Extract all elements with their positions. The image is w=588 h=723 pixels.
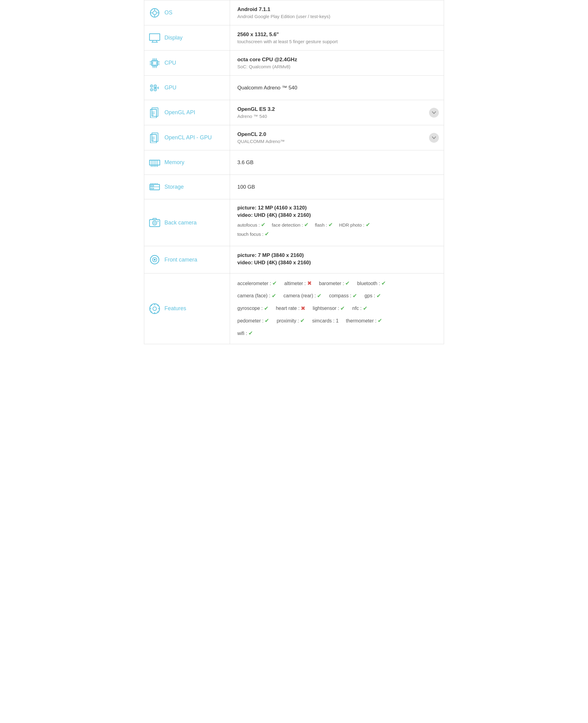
face-detection-feature: face detection : ✔	[272, 221, 309, 228]
svg-point-70	[154, 259, 155, 261]
value-cpu: octa core CPU @2.4GHz SoC: Qualcomm (ARM…	[230, 50, 444, 75]
display-main: 2560 x 1312, 5.6"	[237, 31, 436, 38]
label-display: Display	[144, 25, 230, 50]
back-camera-icon	[149, 217, 160, 228]
compass-feature: compass : ✔	[329, 292, 357, 300]
accelerometer-feature: accelerometer : ✔	[237, 279, 277, 288]
label-opengl: OpenGL API	[144, 100, 230, 125]
value-back-camera: picture: 12 MP (4160 x 3120) video: UHD …	[230, 199, 444, 246]
row-gpu: GPU Qualcomm Adreno ™ 540	[144, 76, 444, 100]
row-back-camera: Back camera picture: 12 MP (4160 x 3120)…	[144, 199, 444, 246]
memory-icon	[149, 157, 160, 168]
gpu-main: Qualcomm Adreno ™ 540	[237, 85, 436, 91]
value-opengl: OpenGL ES 3.2 Adreno ™ 540	[230, 100, 444, 125]
value-opencl: OpenCL 2.0 QUALCOMM Adreno™	[230, 125, 444, 150]
svg-rect-11	[153, 61, 156, 65]
row-front-camera: Front camera picture: 7 MP (3840 x 2160)…	[144, 246, 444, 274]
opengl-icon	[149, 107, 160, 118]
value-front-camera: picture: 7 MP (3840 x 2160) video: UHD (…	[230, 246, 444, 273]
opencl-sub: QUALCOMM Adreno™	[237, 139, 436, 144]
front-camera-icon	[149, 254, 160, 265]
row-memory: Memory 3.6 GB	[144, 150, 444, 175]
display-icon	[149, 33, 160, 43]
back-camera-video: video: UHD (4K) (3840 x 2160)	[237, 212, 436, 218]
opencl-icon	[149, 132, 160, 143]
svg-rect-44	[149, 160, 160, 165]
svg-rect-67	[158, 221, 159, 222]
front-camera-video: video: UHD (4K) (3840 x 2160)	[237, 260, 436, 266]
gyroscope-feature: gyroscope : ✔	[237, 304, 269, 313]
front-camera-picture: picture: 7 MP (3840 x 2160)	[237, 252, 436, 258]
heart-rate-feature: heart rate : ✖	[276, 304, 305, 313]
lightsensor-feature: lightsensor : ✔	[313, 304, 345, 313]
row-os: OS Android 7.1.1 Android Google Play Edi…	[144, 0, 444, 25]
cpu-sub: SoC: Qualcomm (ARMv8)	[237, 64, 436, 69]
autofocus-check: ✔	[261, 221, 266, 228]
proximity-feature: proximity : ✔	[276, 316, 305, 325]
value-gpu: Qualcomm Adreno ™ 540	[230, 76, 444, 100]
memory-label: Memory	[165, 159, 184, 166]
spec-table: OS Android 7.1.1 Android Google Play Edi…	[144, 0, 444, 344]
features-line4: pedometer : ✔ proximity : ✔ simcards : 1…	[237, 316, 436, 325]
memory-main: 3.6 GB	[237, 160, 436, 166]
row-opengl: OpenGL API OpenGL ES 3.2 Adreno ™ 540	[144, 100, 444, 125]
face-detection-check: ✔	[304, 221, 309, 228]
label-features: Features	[144, 274, 230, 344]
svg-point-1	[153, 11, 156, 15]
cpu-label: CPU	[165, 60, 176, 66]
simcards-feature: simcards : 1	[312, 317, 338, 325]
features-line3: gyroscope : ✔ heart rate : ✖ lightsensor…	[237, 304, 436, 313]
gpu-label: GPU	[165, 85, 176, 91]
value-display: 2560 x 1312, 5.6" touchscreen with at le…	[230, 25, 444, 50]
svg-rect-57	[151, 185, 154, 186]
svg-point-66	[154, 222, 155, 224]
label-back-camera: Back camera	[144, 199, 230, 246]
cpu-main: octa core CPU @2.4GHz	[237, 57, 436, 63]
opengl-sub: Adreno ™ 540	[237, 113, 436, 119]
row-display: Display 2560 x 1312, 5.6" touchscreen wi…	[144, 25, 444, 50]
opencl-label: OpenCL API - GPU	[165, 134, 212, 141]
row-opencl: OpenCL API - GPU OpenCL 2.0 QUALCOMM Adr…	[144, 125, 444, 150]
cpu-icon	[149, 58, 160, 69]
row-cpu: CPU octa core CPU @2.4GHz SoC: Qualcomm …	[144, 50, 444, 76]
back-camera-label: Back camera	[165, 219, 196, 226]
touch-focus-feature: touch focus : ✔	[237, 231, 269, 237]
back-camera-picture: picture: 12 MP (4160 x 3120)	[237, 205, 436, 211]
back-camera-features-line1: autofocus : ✔ face detection : ✔ flash :…	[237, 221, 436, 228]
wifi-feature: wifi : ✔	[237, 329, 253, 338]
label-front-camera: Front camera	[144, 246, 230, 273]
pedometer-feature: pedometer : ✔	[237, 316, 269, 325]
svg-point-25	[151, 85, 152, 86]
camera-face-feature: camera (face) : ✔	[237, 292, 276, 300]
features-line5: wifi : ✔	[237, 329, 436, 338]
label-opencl: OpenCL API - GPU	[144, 125, 230, 150]
label-memory: Memory	[144, 150, 230, 174]
svg-point-31	[155, 89, 156, 90]
value-os: Android 7.1.1 Android Google Play Editio…	[230, 0, 444, 25]
opencl-dropdown-button[interactable]	[429, 133, 439, 143]
features-line1: accelerometer : ✔ altimeter : ✖ baromete…	[237, 279, 436, 288]
barometer-feature: barometer : ✔	[319, 279, 350, 288]
value-features: accelerometer : ✔ altimeter : ✖ baromete…	[230, 274, 444, 344]
hdr-check: ✔	[366, 221, 370, 228]
opengl-main: OpenGL ES 3.2	[237, 106, 436, 112]
features-line2: camera (face) : ✔ camera (rear) : ✔ comp…	[237, 292, 436, 300]
row-storage: Storage 100 GB	[144, 175, 444, 199]
back-camera-features-line2: touch focus : ✔	[237, 231, 436, 237]
opencl-main: OpenCL 2.0	[237, 131, 436, 137]
gps-feature: gps : ✔	[364, 292, 381, 300]
label-os: OS	[144, 0, 230, 25]
svg-point-72	[153, 307, 156, 311]
display-label: Display	[165, 35, 183, 41]
label-gpu: GPU	[144, 76, 230, 100]
hdr-photo-feature: HDR photo : ✔	[339, 221, 370, 228]
os-label: OS	[165, 9, 172, 16]
os-icon	[149, 7, 160, 18]
svg-point-29	[151, 89, 152, 90]
label-storage: Storage	[144, 175, 230, 199]
front-camera-label: Front camera	[165, 257, 197, 263]
row-features: Features accelerometer : ✔ altimeter : ✖…	[144, 274, 444, 344]
opengl-dropdown-button[interactable]	[429, 108, 439, 118]
features-icon	[149, 303, 160, 314]
autofocus-feature: autofocus : ✔	[237, 221, 266, 228]
